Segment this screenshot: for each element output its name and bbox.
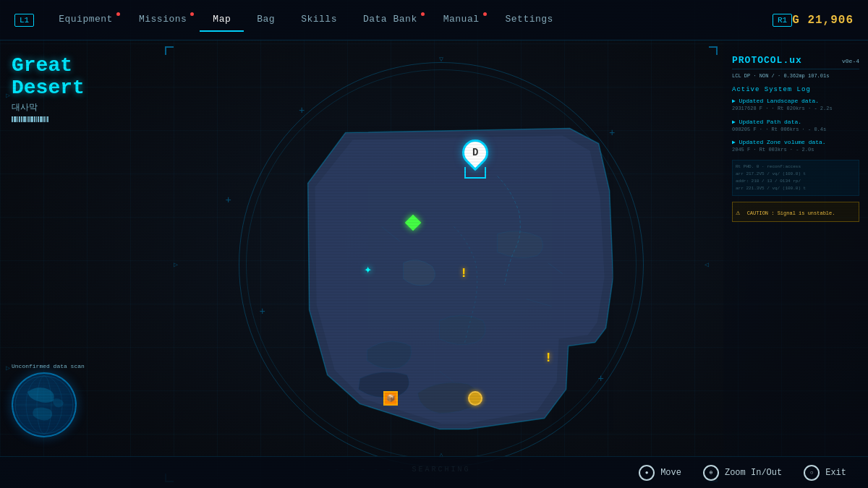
- zoom-btn-icon: ⊕: [703, 465, 719, 481]
- map-icon-gold: [468, 391, 482, 406]
- zoom-label: Zoom In/Out: [725, 468, 782, 478]
- protocol-stats: LCL DP · NON / · 0.362mp 107.01s: [732, 69, 859, 80]
- caution-text: CAUTION : Signal is unstable.: [747, 210, 835, 216]
- nav-items: Equipment Missions Map Bag Skills Data B…: [46, 8, 767, 32]
- map-icon-warning1: !: [460, 266, 468, 281]
- tri-marker-tl: ▷: [6, 91, 10, 100]
- top-nav: L1 Equipment Missions Map Bag Skills Dat…: [0, 0, 868, 40]
- center-map[interactable]: ▽ △ ▷ ◁: [159, 40, 723, 488]
- barcode: [12, 116, 148, 122]
- move-btn-icon: ●: [639, 465, 655, 481]
- unconfirmed-label: Unconfirmed data scan: [12, 363, 85, 369]
- corner-tr: [709, 46, 718, 55]
- nav-databank[interactable]: Data Bank: [350, 8, 430, 32]
- map-svg[interactable]: [295, 118, 613, 436]
- right-panel: PROTOCOL.ux v0e-4 LCL DP · NON / · 0.362…: [723, 40, 868, 488]
- nav-skills[interactable]: Skills: [288, 8, 350, 32]
- protocol-version: v0e-4: [842, 58, 859, 64]
- databank-dot: [421, 12, 425, 16]
- exit-button[interactable]: ○ Exit: [804, 465, 846, 481]
- tri-right: ◁: [705, 260, 709, 269]
- crosshair-4: [599, 376, 606, 383]
- globe-svg: [13, 374, 75, 436]
- map-icon-warning2: !: [545, 351, 553, 365]
- crosshair-3: [260, 309, 268, 316]
- tri-left: ▷: [174, 260, 178, 269]
- log-data-block: Rt PHD. 0 · reconf:access arr 217.2V5 / …: [732, 160, 859, 197]
- gold-display: G 21,906: [792, 14, 854, 27]
- region-subtitle-kr: 대사막: [12, 101, 148, 114]
- exit-btn-icon: ○: [804, 465, 820, 481]
- system-log-title: Active System Log: [732, 86, 859, 93]
- nav-bag[interactable]: Bag: [244, 8, 288, 32]
- nav-map[interactable]: Map: [200, 8, 244, 32]
- protocol-title: PROTOCOL.ux: [732, 55, 802, 66]
- caution-block: ⚠ CAUTION : Signal is unstable.: [732, 202, 859, 222]
- map-icon-player-pos: ✦: [364, 261, 372, 277]
- player-pin: D: [456, 134, 493, 171]
- crosshair-2: [227, 197, 234, 205]
- left-panel: Great Desert 대사막 Unconfirmed data scan: [0, 40, 159, 488]
- map-icon-chest: 📦: [383, 391, 398, 406]
- log-entry-2: ▶ Updated Path data. 008205 F · · Rt 006…: [732, 119, 859, 134]
- nav-missions[interactable]: Missions: [126, 8, 200, 32]
- equipment-dot: [116, 12, 120, 16]
- globe-circle: [12, 372, 77, 437]
- tri-marker-bl: ▷: [6, 364, 10, 372]
- map-icon-green: [413, 223, 425, 234]
- log-entry-1: ▶ Updated Landscape data. 29317628 F · ·…: [732, 98, 859, 113]
- player-marker: D: [462, 140, 488, 166]
- nav-settings[interactable]: Settings: [493, 8, 566, 32]
- r1-button[interactable]: R1: [773, 14, 792, 27]
- move-label: Move: [660, 468, 681, 478]
- corner-tl: [165, 46, 174, 55]
- player-bracket: [464, 167, 486, 179]
- crosshair-1: [300, 108, 307, 115]
- globe-widget: Unconfirmed data scan: [12, 363, 85, 437]
- crosshair-5: [610, 130, 618, 137]
- l1-button[interactable]: L1: [14, 14, 34, 27]
- bottom-bar: ● Move ⊕ Zoom In/Out ○ Exit: [0, 456, 868, 488]
- caution-icon: ⚠: [736, 209, 740, 217]
- main-content: Great Desert 대사막 Unconfirmed data scan: [0, 40, 868, 488]
- log-entry-3: ▶ Updated Zone volume data. 2045 F · Rt …: [732, 139, 859, 154]
- nav-equipment[interactable]: Equipment: [46, 8, 126, 32]
- tri-top: ▽: [439, 55, 443, 64]
- zoom-button[interactable]: ⊕ Zoom In/Out: [703, 465, 782, 481]
- region-title: Great Desert: [12, 55, 148, 100]
- nav-manual[interactable]: Manual: [430, 8, 493, 32]
- move-button[interactable]: ● Move: [639, 465, 681, 481]
- missions-dot: [190, 12, 194, 16]
- manual-dot: [483, 12, 487, 16]
- exit-label: Exit: [825, 468, 846, 478]
